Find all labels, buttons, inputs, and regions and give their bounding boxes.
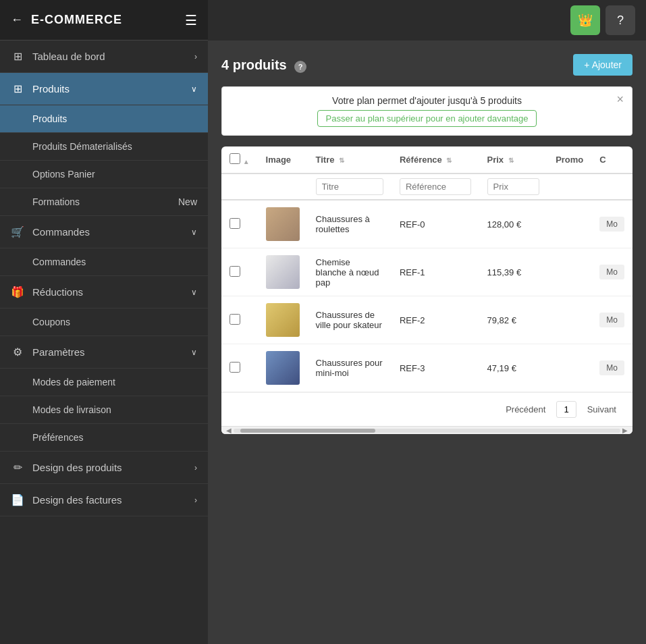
menu-icon[interactable]: ☰ [185,12,197,28]
product-price: 128,00 € [487,219,522,230]
scrollbar-thumb[interactable] [240,429,375,433]
product-title: Chaussures pour mini-moi [316,358,383,378]
sidebar-subitem-commandes[interactable]: Commandes [0,248,208,275]
filter-actions-cell [591,173,632,200]
sidebar-subitem-commandes-label: Commandes [32,257,86,267]
add-product-button[interactable]: + Ajouter [573,54,632,76]
scroll-right-arrow[interactable]: ▶ [620,427,630,434]
sidebar-item-parametres[interactable]: ⚙ Paramètres ∨ [0,336,208,368]
next-page-button[interactable]: Suivant [582,402,622,417]
titre-sort-icon: ⇅ [339,157,344,164]
product-title: Chaussures de ville pour skateur [316,310,382,330]
row-checkbox[interactable] [230,266,240,277]
scroll-left-arrow[interactable]: ◀ [224,427,234,434]
filter-promo-cell [547,173,591,200]
sidebar-subitem-dematerialises-label: Produits Dématerialisés [32,141,132,152]
banner-upgrade-link[interactable]: Passer au plan supérieur pour en ajouter… [317,110,537,127]
formations-new-badge: New [178,196,197,207]
row-action-cell: Mo [591,248,632,296]
filter-prix-input[interactable] [487,178,540,195]
filter-prix-cell [479,173,548,200]
sidebar-subitem-options-panier[interactable]: Options Panier [0,160,208,188]
topbar: 👑 ? [208,0,646,41]
reductions-icon: 🎁 [11,286,24,298]
back-button[interactable]: ← [11,13,23,27]
sidebar-label-design-produits: Design des produits [32,462,194,473]
row-checkbox[interactable] [230,218,240,229]
sidebar-item-design-factures[interactable]: 📄 Design des factures › [0,484,208,516]
row-title-cell: Chemise blanche à nœud pap [308,248,392,296]
row-action-button[interactable]: Mo [599,217,624,232]
sidebar-subitem-modes-livraison[interactable]: Modes de livraison [0,396,208,423]
product-image [266,303,300,337]
filter-titre-input[interactable] [316,178,383,195]
sidebar-item-commandes[interactable]: 🛒 Commandes ∨ [0,216,208,248]
sidebar-subitem-modes-paiement[interactable]: Modes de paiement [0,368,208,396]
table-wrapper: ▲ Image Titre ⇅ Référence ⇅ [221,146,632,392]
row-checkbox-cell [221,296,258,344]
sidebar-header: ← E-COMMERCE ☰ [0,0,208,41]
sidebar-subitem-produits[interactable]: Produits [0,105,208,132]
chevron-parametres-icon: ∨ [191,348,197,357]
product-image [266,351,300,385]
sidebar-subitem-formations[interactable]: Formations New [0,188,208,215]
th-reference-label: Référence [400,155,442,165]
row-promo-cell [547,248,591,296]
product-reference: REF-2 [400,315,425,325]
th-checkbox: ▲ [221,146,258,173]
pagination: Précédent 1 Suivant [221,392,632,426]
row-price-cell: 128,00 € [479,200,548,248]
design-factures-icon: 📄 [11,493,24,506]
sidebar-label-tableau: Tableau de bord [32,51,194,62]
sidebar-item-reductions[interactable]: 🎁 Réductions ∨ [0,276,208,308]
row-checkbox-cell [221,248,258,296]
sidebar-item-tableau-de-bord[interactable]: ⊞ Tableau de bord › [0,41,208,72]
filter-reference-input[interactable] [400,178,471,195]
sidebar-subitem-coupons[interactable]: Coupons [0,308,208,336]
main-content: 👑 ? 4 produits ? + Ajouter Votre plan pe… [208,0,646,644]
select-all-checkbox[interactable] [230,153,240,164]
sidebar-section-design-produits: ✏ Design des produits › [0,452,208,484]
chevron-design-produits-icon: › [194,463,197,473]
row-action-button[interactable]: Mo [599,360,624,375]
th-prix[interactable]: Prix ⇅ [479,146,548,173]
chevron-design-factures-icon: › [194,495,197,505]
parametres-icon: ⚙ [11,346,24,358]
row-checkbox[interactable] [230,314,240,325]
produits-icon: ⊞ [11,82,24,95]
sidebar-subitem-formations-label: Formations [32,196,80,207]
chevron-reductions-icon: ∨ [191,288,197,297]
row-action-button[interactable]: Mo [599,265,624,279]
th-actions-label: C [599,155,605,165]
banner-close-button[interactable]: × [616,92,624,107]
th-titre[interactable]: Titre ⇅ [308,146,392,173]
sidebar-subitem-produits-dematerialises[interactable]: Produits Dématerialisés [0,132,208,160]
th-image-label: Image [266,155,292,165]
sidebar-subitem-preferences[interactable]: Préférences [0,423,208,451]
sidebar-subitem-options-label: Options Panier [32,169,95,180]
sort-arrow: ▲ [243,158,250,165]
sidebar-section-reductions: 🎁 Réductions ∨ Coupons [0,276,208,336]
sidebar-subitem-produits-label: Produits [32,113,67,124]
row-checkbox[interactable] [230,362,240,373]
filter-checkbox-cell [221,173,258,200]
help-button[interactable]: ? [605,5,635,35]
sidebar-item-produits[interactable]: ⊞ Produits ∨ [0,73,208,105]
horizontal-scrollbar[interactable]: ◀ ▶ [221,426,632,434]
row-image-cell [258,200,308,248]
chevron-icon: › [194,52,197,61]
row-image-cell [258,248,308,296]
product-image [266,255,300,289]
sidebar-item-design-produits[interactable]: ✏ Design des produits › [0,452,208,483]
app-title: E-COMMERCE [31,13,185,27]
prev-page-button[interactable]: Précédent [500,402,551,417]
sidebar: ← E-COMMERCE ☰ ⊞ Tableau de bord › ⊞ Pro… [0,0,208,644]
product-rows: Chaussures à roulettes REF-0 128,00 € Mo… [221,200,632,392]
row-action-cell: Mo [591,200,632,248]
product-count-help-icon[interactable]: ? [294,61,306,73]
shop-button[interactable]: 👑 [570,5,600,35]
table-filter-row [221,173,632,200]
row-action-button[interactable]: Mo [599,313,624,327]
row-title-cell: Chaussures de ville pour skateur [308,296,392,344]
th-reference[interactable]: Référence ⇅ [392,146,479,173]
